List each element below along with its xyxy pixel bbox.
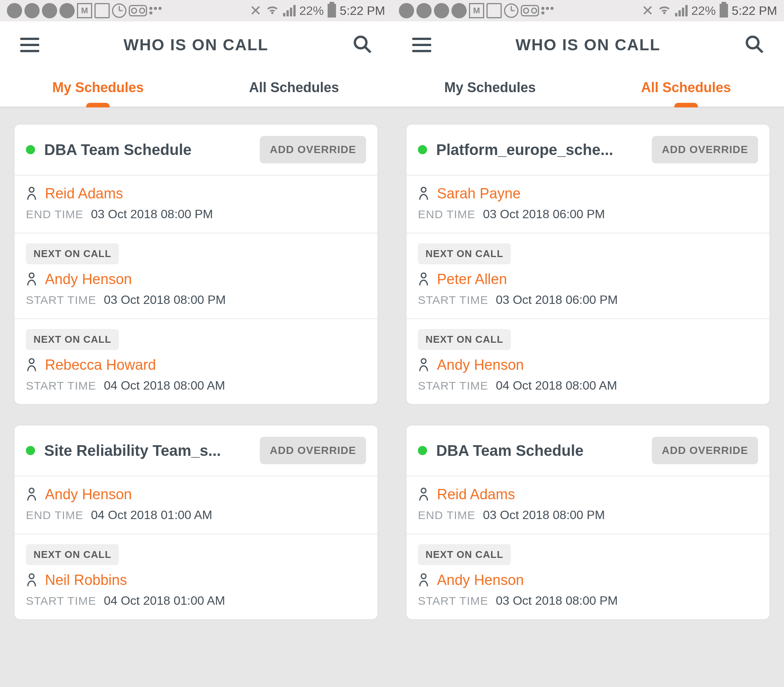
- schedule-header: DBA Team Schedule ADD OVERRIDE: [407, 426, 769, 477]
- app-bar: WHO IS ON CALL: [392, 21, 784, 69]
- svg-point-12: [421, 488, 426, 493]
- schedule-title: DBA Team Schedule: [436, 442, 644, 459]
- oncall-entry[interactable]: Reid Adams END TIME 03 Oct 2018 08:00 PM: [407, 477, 769, 534]
- alarm-icon: [504, 3, 519, 18]
- wifi-icon: [657, 3, 671, 19]
- cell-signal-icon: [283, 5, 296, 16]
- time-value: 04 Oct 2018 01:00 AM: [91, 508, 212, 522]
- schedule-header: Site Reliability Team_s... ADD OVERRIDE: [15, 426, 377, 477]
- svg-point-6: [29, 574, 34, 579]
- more-icon: [149, 7, 165, 15]
- person-name: Andy Henson: [45, 271, 132, 288]
- hamburger-icon: [412, 38, 431, 52]
- battery-percent: 22%: [692, 4, 716, 18]
- app-title: WHO IS ON CALL: [124, 36, 268, 54]
- app-title: WHO IS ON CALL: [516, 36, 660, 54]
- svg-point-3: [29, 273, 34, 278]
- schedule-card: Site Reliability Team_s... ADD OVERRIDE …: [14, 425, 378, 620]
- mail-icon: M: [469, 3, 484, 18]
- next-on-call-badge: NEXT ON CALL: [26, 544, 119, 565]
- status-time: 5:22 PM: [732, 4, 777, 18]
- tab-all-schedules[interactable]: All Schedules: [196, 69, 392, 107]
- person-icon: [418, 486, 429, 503]
- time-value: 03 Oct 2018 06:00 PM: [496, 293, 618, 307]
- person-name: Andy Henson: [437, 357, 524, 373]
- search-button[interactable]: [743, 33, 766, 56]
- battery-percent: 22%: [300, 4, 324, 18]
- next-on-call-badge: NEXT ON CALL: [26, 243, 119, 264]
- person-icon: [418, 271, 429, 288]
- tab-all-schedules[interactable]: All Schedules: [588, 69, 784, 107]
- oncall-entry[interactable]: NEXT ON CALL Andy Henson START TIME 03 O…: [15, 233, 377, 319]
- search-icon: [744, 34, 764, 56]
- tab-my-schedules[interactable]: My Schedules: [0, 69, 196, 107]
- person-icon: [418, 572, 429, 588]
- add-override-button[interactable]: ADD OVERRIDE: [652, 136, 758, 163]
- time-label: START TIME: [418, 379, 488, 392]
- content-area[interactable]: DBA Team Schedule ADD OVERRIDE Reid Adam…: [0, 108, 392, 687]
- status-time: 5:22 PM: [340, 4, 385, 18]
- time-value: 03 Oct 2018 08:00 PM: [91, 207, 213, 221]
- voicemail-icon: [521, 5, 539, 16]
- content-area[interactable]: Platform_europe_sche... ADD OVERRIDE Sar…: [392, 108, 784, 687]
- oncall-entry[interactable]: NEXT ON CALL Rebecca Howard START TIME 0…: [15, 319, 377, 404]
- oncall-entry[interactable]: Sarah Payne END TIME 03 Oct 2018 06:00 P…: [407, 176, 769, 233]
- oncall-entry[interactable]: NEXT ON CALL Andy Henson START TIME 03 O…: [407, 534, 769, 619]
- time-label: END TIME: [26, 509, 84, 522]
- vibrate-icon: ✕: [250, 2, 262, 19]
- time-value: 04 Oct 2018 08:00 AM: [104, 378, 225, 393]
- svg-line-8: [757, 47, 763, 53]
- mail-icon: M: [77, 3, 92, 18]
- schedule-title: Site Reliability Team_s...: [44, 442, 252, 459]
- time-label: END TIME: [418, 208, 476, 221]
- vibrate-icon: ✕: [642, 2, 654, 19]
- schedule-card: DBA Team Schedule ADD OVERRIDE Reid Adam…: [406, 425, 770, 620]
- next-on-call-badge: NEXT ON CALL: [418, 243, 511, 264]
- tab-my-schedules[interactable]: My Schedules: [392, 69, 588, 107]
- search-icon: [352, 34, 372, 56]
- svg-point-5: [29, 488, 34, 493]
- person-name: Andy Henson: [437, 572, 524, 588]
- time-value: 03 Oct 2018 06:00 PM: [483, 207, 605, 221]
- voicemail-icon: [129, 5, 147, 16]
- time-value: 03 Oct 2018 08:00 PM: [104, 293, 226, 307]
- person-icon: [26, 271, 37, 288]
- svg-line-1: [365, 47, 371, 53]
- oncall-entry[interactable]: NEXT ON CALL Neil Robbins START TIME 04 …: [15, 534, 377, 619]
- time-value: 04 Oct 2018 01:00 AM: [104, 594, 225, 608]
- next-on-call-badge: NEXT ON CALL: [418, 544, 511, 565]
- oncall-entry[interactable]: NEXT ON CALL Peter Allen START TIME 03 O…: [407, 233, 769, 319]
- menu-button[interactable]: [410, 33, 433, 56]
- status-bar: M ✕ 22% 5:22 PM: [392, 0, 784, 21]
- schedule-card: DBA Team Schedule ADD OVERRIDE Reid Adam…: [14, 124, 378, 405]
- person-name: Peter Allen: [437, 271, 507, 288]
- person-name: Reid Adams: [437, 486, 515, 503]
- more-icon: [541, 7, 557, 15]
- oncall-entry[interactable]: Reid Adams END TIME 03 Oct 2018 08:00 PM: [15, 176, 377, 233]
- add-override-button[interactable]: ADD OVERRIDE: [260, 136, 366, 163]
- phone-pane: M ✕ 22% 5:22 PM WHO IS ON CALL My Schedu…: [0, 0, 392, 687]
- time-label: END TIME: [26, 208, 84, 221]
- live-dot-icon: [26, 145, 35, 154]
- person-name: Reid Adams: [45, 186, 123, 202]
- svg-point-4: [29, 359, 34, 364]
- phone-pane: M ✕ 22% 5:22 PM WHO IS ON CALL My Schedu…: [392, 0, 784, 687]
- oncall-entry[interactable]: NEXT ON CALL Andy Henson START TIME 04 O…: [407, 319, 769, 404]
- time-value: 03 Oct 2018 08:00 PM: [483, 508, 605, 522]
- live-dot-icon: [418, 145, 427, 154]
- add-override-button[interactable]: ADD OVERRIDE: [652, 437, 758, 464]
- search-button[interactable]: [351, 33, 374, 56]
- menu-button[interactable]: [18, 33, 41, 56]
- schedule-header: DBA Team Schedule ADD OVERRIDE: [15, 125, 377, 176]
- app-bar: WHO IS ON CALL: [0, 21, 392, 69]
- wifi-icon: [265, 3, 279, 19]
- add-override-button[interactable]: ADD OVERRIDE: [260, 437, 366, 464]
- schedule-header: Platform_europe_sche... ADD OVERRIDE: [407, 125, 769, 176]
- time-label: START TIME: [26, 595, 96, 607]
- alarm-icon: [112, 3, 127, 18]
- person-name: Sarah Payne: [437, 186, 521, 202]
- cell-signal-icon: [675, 5, 688, 16]
- svg-point-13: [421, 574, 426, 579]
- oncall-entry[interactable]: Andy Henson END TIME 04 Oct 2018 01:00 A…: [15, 477, 377, 534]
- person-name: Neil Robbins: [45, 572, 127, 588]
